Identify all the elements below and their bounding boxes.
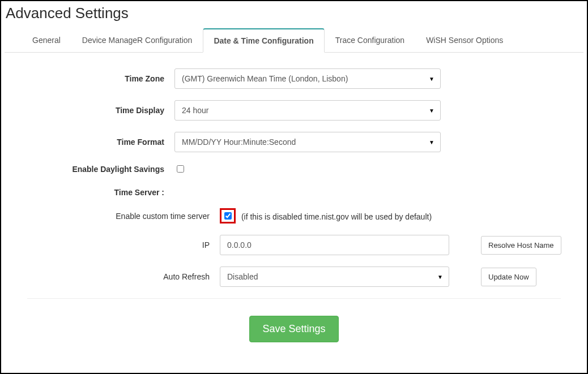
time-display-label: Time Display: [5, 106, 174, 115]
ip-label: IP: [5, 240, 220, 250]
update-now-button[interactable]: Update Now: [481, 268, 536, 286]
tab-wish[interactable]: WiSH Sensor Options: [415, 28, 514, 53]
time-display-select[interactable]: 24 hour ▼: [174, 100, 441, 121]
enable-custom-ts-hint: (if this is disabled time.nist.gov will …: [241, 212, 432, 221]
divider: [27, 298, 561, 299]
time-zone-label: Time Zone: [5, 74, 174, 83]
tab-trace[interactable]: Trace Configuration: [325, 28, 415, 53]
time-format-select[interactable]: MM/DD/YY Hour:Minute:Second ▼: [174, 132, 441, 152]
enable-dst-label: Enable Daylight Savings: [5, 165, 174, 174]
resolve-host-button[interactable]: Resolve Host Name: [481, 236, 561, 255]
enable-custom-ts-highlight: [220, 208, 236, 223]
auto-refresh-label: Auto Refresh: [5, 272, 220, 281]
date-time-form: Time Zone (GMT) Greenwich Mean Time (Lon…: [5, 53, 583, 342]
chevron-down-icon: ▼: [429, 139, 434, 145]
time-format-label: Time Format: [5, 137, 174, 147]
enable-dst-checkbox[interactable]: [177, 165, 184, 173]
enable-custom-ts-checkbox[interactable]: [224, 212, 232, 220]
chevron-down-icon: ▼: [429, 108, 434, 114]
enable-custom-ts-label: Enable custom time server: [5, 212, 220, 221]
time-zone-select[interactable]: (GMT) Greenwich Mean Time (London, Lisbo…: [174, 68, 441, 89]
tab-device-manager[interactable]: Device ManageR Configuration: [71, 28, 203, 53]
auto-refresh-value: Disabled: [227, 272, 258, 281]
tab-date-time[interactable]: Date & Time Configuration: [203, 28, 324, 53]
ip-input[interactable]: [220, 235, 449, 255]
time-zone-value: (GMT) Greenwich Mean Time (London, Lisbo…: [182, 74, 348, 83]
page-title: Advanced Settings: [6, 5, 583, 22]
time-display-value: 24 hour: [182, 106, 208, 115]
save-settings-button[interactable]: Save Settings: [249, 316, 338, 342]
time-server-label: Time Server :: [5, 186, 174, 197]
auto-refresh-select[interactable]: Disabled ▼: [220, 266, 449, 287]
time-format-value: MM/DD/YY Hour:Minute:Second: [182, 137, 296, 147]
tabs-bar: General Device ManageR Configuration Dat…: [5, 28, 583, 53]
chevron-down-icon: ▼: [429, 76, 434, 82]
tab-general[interactable]: General: [22, 28, 71, 53]
chevron-down-icon: ▼: [437, 274, 443, 280]
